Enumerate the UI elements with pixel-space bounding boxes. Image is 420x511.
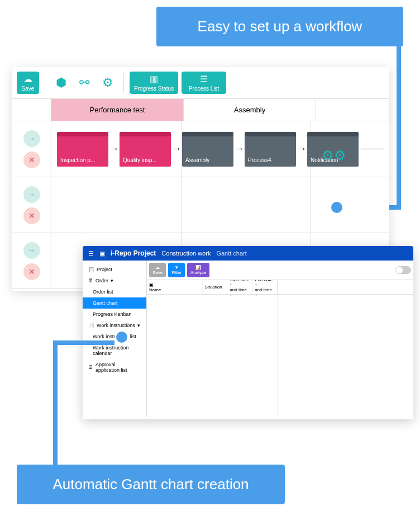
sidebar-item[interactable]: 🗓Approval application list bbox=[83, 359, 146, 376]
process-list-label: Process List bbox=[189, 86, 219, 92]
app-icon: ▣ bbox=[99, 250, 105, 257]
sidebar-icon: 📄 bbox=[88, 323, 94, 328]
sidebar-item-label: Work instruction calendar bbox=[93, 345, 141, 356]
col-situation[interactable]: Situation bbox=[203, 280, 228, 294]
callout-connector bbox=[53, 340, 114, 345]
sidebar-item[interactable]: Progress Kanban bbox=[83, 309, 146, 320]
arrow-icon: → bbox=[171, 143, 182, 155]
workflow-node[interactable]: Quality insp... bbox=[120, 132, 171, 167]
sidebar-item-label: Order list bbox=[93, 289, 113, 295]
caret-icon: ▾ bbox=[111, 278, 113, 283]
gantt-body: 📋Project🗓Order ▾Order listGantt chartPro… bbox=[83, 261, 413, 417]
sidebar-item-label: Progress Kanban bbox=[93, 311, 132, 317]
gantt-save-label: Save bbox=[152, 270, 163, 275]
workflow-node-label: Assembly bbox=[185, 157, 209, 163]
list-icon: ☰ bbox=[200, 74, 208, 84]
progress-status-label: Progress Status bbox=[134, 86, 174, 92]
row-controls: → ✕ bbox=[12, 121, 51, 177]
gears-icon[interactable]: ⚙ bbox=[98, 73, 118, 93]
workflow-group-cell: Assembly bbox=[184, 99, 316, 121]
gantt-filter-label: Filter bbox=[171, 270, 182, 275]
workflow-node[interactable]: Assembly bbox=[182, 132, 233, 167]
filter-icon: ▼ bbox=[174, 265, 179, 270]
callout-connector bbox=[397, 42, 401, 210]
view-name: Gantt chart bbox=[216, 250, 246, 257]
row-delete-button[interactable]: ✕ bbox=[23, 207, 40, 224]
flow-tail-line bbox=[361, 149, 384, 149]
app-brand: i-Repo Project bbox=[111, 249, 156, 257]
gantt-main: ☁Save ▼Filter 📊Analyze ▣ Name Situation … bbox=[147, 261, 413, 417]
arrow-icon: → bbox=[233, 143, 245, 155]
callout-bottom: Automatic Gantt chart creation bbox=[17, 465, 285, 504]
col-start[interactable]: Start date ↑and time ↓ bbox=[227, 280, 252, 294]
workflow-node[interactable]: Notification⚙⚙ bbox=[307, 132, 359, 167]
gantt-analyze-label: Analyze bbox=[190, 270, 206, 275]
workflow-node-label: Quality insp... bbox=[123, 157, 157, 163]
save-label: Save bbox=[22, 86, 35, 92]
workflow-row: Inspection p...→Quality insp...→Assembly… bbox=[51, 121, 389, 177]
row-navigate-button[interactable]: → bbox=[23, 186, 40, 203]
cloud-icon: ☁ bbox=[155, 265, 160, 270]
arrow-icon: → bbox=[108, 143, 120, 155]
menu-icon[interactable]: ☰ bbox=[88, 250, 94, 257]
sidebar-item[interactable]: 🗓Order ▾ bbox=[83, 275, 146, 286]
workflow-node[interactable]: Inspection p... bbox=[57, 132, 108, 167]
row-controls: → ✕ bbox=[12, 177, 51, 233]
sidebar-item-label: Work instructions bbox=[97, 323, 135, 328]
view-toggle[interactable] bbox=[395, 266, 411, 274]
workflow-node-label: Inspection p... bbox=[60, 157, 95, 163]
sidebar-item[interactable]: Order list bbox=[83, 286, 146, 297]
workflow-toolbar: ☁Save ⬢ ⚯ ⚙ ▥Progress Status ☰Process Li… bbox=[12, 67, 389, 98]
gantt-right-pane bbox=[278, 280, 413, 417]
gantt-grid: ▣ Name Situation Start date ↑and time ↓ … bbox=[147, 280, 413, 417]
gantt-save-button[interactable]: ☁Save bbox=[149, 263, 166, 277]
gantt-titlebar: ☰ ▣ i-Repo Project Construction work Gan… bbox=[83, 246, 413, 261]
gantt-left-header: ▣ Name Situation Start date ↑and time ↓ … bbox=[147, 280, 278, 295]
workflow-group-header: Performance testAssembly bbox=[12, 98, 389, 121]
gantt-panel: ☰ ▣ i-Repo Project Construction work Gan… bbox=[83, 246, 413, 419]
gantt-timeline-header bbox=[278, 280, 413, 295]
arrow-icon: → bbox=[296, 143, 307, 155]
workflow-group-cell bbox=[316, 99, 389, 121]
gantt-analyze-button[interactable]: 📊Analyze bbox=[187, 263, 209, 277]
callout-dot bbox=[114, 330, 129, 344]
share-icon[interactable]: ⚯ bbox=[74, 73, 94, 93]
sidebar-item-label: Approval application list bbox=[96, 362, 141, 373]
callout-dot bbox=[330, 200, 344, 215]
workflow-node[interactable]: Process4 bbox=[245, 132, 296, 167]
header-spacer bbox=[12, 99, 51, 121]
analyze-icon: 📊 bbox=[195, 265, 201, 270]
sidebar-item-label: Gantt chart bbox=[93, 300, 118, 306]
chart-icon: ▥ bbox=[150, 74, 158, 84]
callout-top: Easy to set up a workflow bbox=[156, 7, 403, 46]
sidebar-item[interactable]: 📄Work instructions ▾ bbox=[83, 320, 146, 331]
col-name[interactable]: ▣ Name bbox=[147, 280, 203, 294]
divider bbox=[45, 73, 45, 93]
sidebar-icon: 🗓 bbox=[88, 365, 93, 370]
workflow-side-controls: → ✕ → ✕ → ✕ bbox=[12, 121, 51, 289]
row-navigate-button[interactable]: → bbox=[23, 130, 40, 147]
sidebar-icon: 🗓 bbox=[88, 278, 93, 283]
process-list-button[interactable]: ☰Process List bbox=[182, 72, 226, 94]
save-button[interactable]: ☁Save bbox=[17, 72, 39, 94]
sidebar-item[interactable]: Gantt chart bbox=[83, 297, 146, 309]
workflow-node-label: Process4 bbox=[248, 157, 271, 163]
col-end[interactable]: End date ↑and time ↓ bbox=[252, 280, 278, 294]
sidebar-item-label: Order bbox=[96, 278, 108, 283]
sidebar-item-label: Project bbox=[97, 267, 112, 272]
cube-icon[interactable]: ⬢ bbox=[51, 73, 71, 93]
project-name: Construction work bbox=[161, 250, 211, 257]
callout-connector bbox=[53, 340, 58, 469]
progress-status-button[interactable]: ▥Progress Status bbox=[130, 72, 178, 94]
sidebar-item[interactable]: 📋Project bbox=[83, 264, 146, 275]
gantt-filter-button[interactable]: ▼Filter bbox=[168, 263, 185, 277]
cloud-up-icon: ☁ bbox=[23, 74, 32, 84]
row-navigate-button[interactable]: → bbox=[23, 242, 40, 259]
row-delete-button[interactable]: ✕ bbox=[23, 263, 40, 280]
gears-icon: ⚙⚙ bbox=[322, 148, 346, 163]
divider bbox=[123, 73, 124, 93]
caret-icon: ▾ bbox=[137, 323, 140, 328]
row-delete-button[interactable]: ✕ bbox=[23, 152, 40, 168]
sidebar-icon: 📋 bbox=[88, 267, 94, 272]
workflow-group-cell: Performance test bbox=[51, 99, 184, 121]
